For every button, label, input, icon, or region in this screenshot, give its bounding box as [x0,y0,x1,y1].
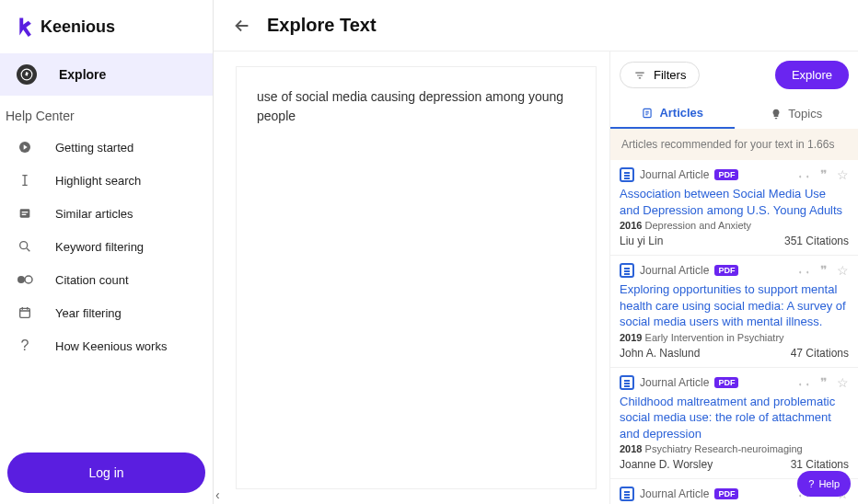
pdf-badge: PDF [714,265,738,276]
hc-how-it-works[interactable]: ?How Keenious works [0,329,213,362]
toggle-icon [17,271,33,288]
back-arrow-icon[interactable] [232,16,252,36]
article-author: John A. Naslund [620,347,700,360]
sidebar: Keenious Explore Help Center Getting sta… [0,0,214,504]
keenious-logo-icon [15,17,33,37]
stats-icon[interactable]: ⬪⬪ [796,167,811,182]
editor-column: use of social media causing depression a… [214,52,609,504]
svg-point-5 [20,242,28,249]
stats-icon[interactable]: ⬪⬪ [796,375,811,390]
main: Explore Text use of social media causing… [214,0,858,504]
help-question-icon: ? [808,478,814,489]
pdf-badge: PDF [714,377,738,388]
svg-rect-4 [22,214,27,215]
lightbulb-icon [770,108,783,120]
svg-rect-2 [20,209,30,217]
article-author: Joanne D. Worsley [620,458,713,471]
brand: Keenious [0,0,213,53]
star-icon[interactable]: ☆ [837,375,849,390]
text-editor[interactable]: use of social media causing depression a… [236,66,597,489]
tab-topics[interactable]: Topics [735,98,859,129]
article-title[interactable]: Exploring opportunities to support menta… [620,281,849,330]
quote-icon[interactable]: ❞ [820,375,828,390]
editor-content: use of social media causing depression a… [257,89,563,123]
hc-getting-started[interactable]: Getting started [0,131,213,164]
help-center-heading: Help Center [0,96,213,131]
article-title[interactable]: Association between Social Media Use and… [620,186,849,218]
pdf-badge: PDF [714,169,738,180]
document-icon [620,263,634,278]
play-circle-icon [17,139,33,155]
filter-icon [633,69,646,82]
hc-year-filtering[interactable]: Year filtering [0,296,213,329]
tab-articles[interactable]: Articles [610,98,735,129]
quote-icon[interactable]: ❞ [820,167,828,182]
article-type: Journal Article [640,376,709,389]
article-item[interactable]: Journal Article PDF ⬪⬪ ❞ ☆ Exploring opp… [610,256,858,368]
page-title: Explore Text [267,15,377,36]
article-meta: 2016 Depression and Anxiety [620,220,849,231]
hc-highlight-search[interactable]: Highlight search [0,164,213,197]
hc-similar-articles[interactable]: Similar articles [0,197,213,230]
star-icon[interactable]: ☆ [837,263,849,278]
compass-icon [17,64,37,85]
article-title[interactable]: Childhood maltreatment and problematic s… [620,394,849,442]
article-citations: 47 Citations [791,347,849,360]
article-meta: 2018 Psychiatry Research-neuroimaging [620,443,849,454]
explore-button[interactable]: Explore [775,61,849,89]
calendar-icon [17,304,33,321]
quote-icon[interactable]: ❞ [820,263,828,278]
svg-point-6 [17,276,25,283]
svg-rect-3 [22,212,29,212]
star-icon[interactable]: ☆ [837,167,849,182]
article-type: Journal Article [640,264,709,277]
articles-icon [17,205,33,222]
hc-citation-count[interactable]: Citation count [0,263,213,296]
articles-list: Journal Article PDF ⬪⬪ ❞ ☆ Association b… [610,160,858,504]
results-panel: Filters Explore Articles Topics Articles… [609,52,858,504]
article-icon [641,107,654,120]
article-author: Liu yi Lin [620,235,663,247]
login-button[interactable]: Log in [7,452,205,493]
svg-point-7 [25,276,32,283]
sidebar-item-label: Explore [59,67,106,82]
stats-icon[interactable]: ⬪⬪ [796,263,811,278]
article-item[interactable]: Journal Article PDF ⬪⬪ ❞ ☆ Childhood mal… [610,368,858,480]
article-type: Journal Article [640,487,709,500]
filters-button[interactable]: Filters [620,62,700,88]
article-item[interactable]: Journal Article PDF ⬪⬪ ❞ ☆ Association b… [610,160,858,256]
sidebar-item-explore[interactable]: Explore [0,53,213,96]
document-icon [620,375,634,390]
document-icon [620,167,634,182]
article-citations: 31 Citations [791,458,849,471]
article-meta: 2019 Early Intervention in Psychiatry [620,332,849,343]
text-cursor-icon [17,172,33,189]
help-fab[interactable]: ? Help [797,471,851,497]
svg-rect-8 [20,308,30,317]
question-icon: ? [17,338,33,354]
search-icon [17,238,33,255]
main-header: Explore Text [214,0,858,52]
collapse-handle-icon[interactable]: ‹ [215,487,220,502]
recommendation-banner: Articles recommended for your text in 1.… [610,129,858,160]
pdf-badge: PDF [714,488,738,499]
result-tabs: Articles Topics [610,98,858,129]
hc-keyword-filtering[interactable]: Keyword filtering [0,230,213,263]
brand-name: Keenious [41,17,115,37]
article-type: Journal Article [640,168,709,181]
document-icon [620,487,634,501]
article-citations: 351 Citations [784,235,849,247]
